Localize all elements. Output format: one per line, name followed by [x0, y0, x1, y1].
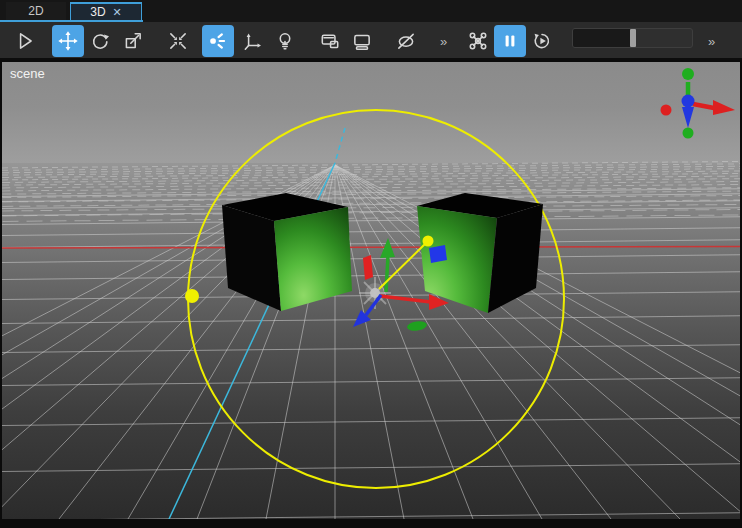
axes-icon: [242, 30, 264, 52]
display-icon: [351, 30, 373, 52]
display-mode-button[interactable]: [346, 25, 378, 57]
slider-handle[interactable]: [630, 29, 636, 47]
cursor-icon: [14, 30, 36, 52]
close-icon[interactable]: ✕: [113, 7, 122, 18]
tab-2d-label: 2D: [28, 4, 43, 18]
toolbar-overflow-right[interactable]: »: [708, 35, 714, 48]
scene-label: scene: [10, 66, 45, 81]
scale-icon: [122, 30, 144, 52]
light-bulb-icon: [274, 30, 296, 52]
tab-bar: 2D 3D ✕: [0, 0, 742, 22]
replay-icon: [531, 30, 553, 52]
replay-button[interactable]: [526, 25, 558, 57]
editor-window: 2D 3D ✕: [0, 0, 742, 528]
ground-plane: [2, 163, 740, 519]
transform-axes-button[interactable]: [237, 25, 269, 57]
move-tool-button[interactable]: [52, 25, 84, 57]
move-icon: [57, 30, 79, 52]
camera-icon: [319, 30, 341, 52]
pause-button[interactable]: [494, 25, 526, 57]
slider-fill: [573, 29, 633, 47]
hidden-icon: [395, 30, 417, 52]
pause-icon: [499, 30, 521, 52]
viewport-3d[interactable]: scene: [2, 62, 740, 519]
tab-3d-label: 3D: [90, 5, 105, 19]
camera-preview-button[interactable]: [314, 25, 346, 57]
focus-selection-button[interactable]: [162, 25, 194, 57]
pivot-icon: [207, 30, 229, 52]
tab-3d[interactable]: 3D ✕: [70, 2, 142, 20]
tab-2d[interactable]: 2D: [6, 2, 66, 20]
playback-slider[interactable]: [572, 28, 693, 48]
lighting-toggle-button[interactable]: [269, 25, 301, 57]
visibility-toggle-button[interactable]: [390, 25, 422, 57]
sky: [2, 62, 740, 163]
scale-tool-button[interactable]: [117, 25, 149, 57]
pivot-mode-button[interactable]: [202, 25, 234, 57]
select-tool-button[interactable]: [9, 25, 41, 57]
skeleton-tool-button[interactable]: [462, 25, 494, 57]
rotate-icon: [89, 30, 111, 52]
toolbar: » »: [0, 22, 742, 60]
node-joint-icon: [467, 30, 489, 52]
toolbar-overflow-left[interactable]: »: [440, 35, 446, 48]
rotate-tool-button[interactable]: [84, 25, 116, 57]
focus-icon: [167, 30, 189, 52]
